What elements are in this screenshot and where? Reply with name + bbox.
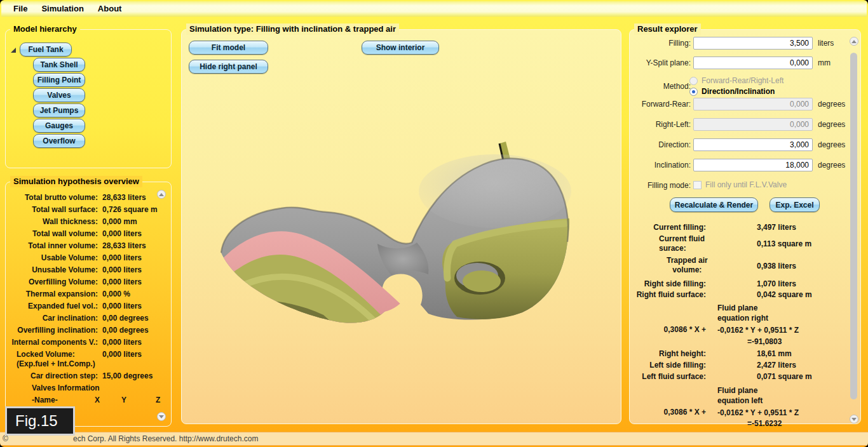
current-fluid-surface-value: 0,113 square m [757, 239, 811, 248]
trapped-air-volume-label: Trapped airvolume: [667, 256, 708, 275]
viewport-panel: Simulation type: Filling with inclinatio… [181, 29, 621, 424]
fluid-plane-right-heading: Fluid planeequation right [717, 303, 768, 323]
fluid-plane-left-result: =-51.6232 [747, 419, 782, 428]
forward-rear-unit: degrees [818, 100, 845, 109]
left-side-filling-value: 2,427 liters [757, 361, 796, 370]
current-filling-value: 3,497 liters [757, 223, 796, 232]
inclination-unit: degrees [818, 161, 845, 170]
hypothesis-row: Internal components V.:0,000 liters [8, 338, 169, 350]
y-split-unit: mm [818, 58, 831, 67]
hypothesis-row: Total inner volume:28,633 liters [8, 241, 169, 253]
fluid-plane-right-rhs: -0,0162 * Y + 0,9511 * Z [717, 325, 799, 335]
hypothesis-row: Car inclination:0,00 degrees [8, 314, 169, 326]
status-bar: © ech Corp. All Rights Reserved. http://… [0, 432, 868, 446]
forward-rear-label: Forward-Rear: [630, 100, 691, 109]
fluid-plane-left-lhs: 0,3086 * X + [630, 408, 706, 417]
figure-label: Fig.15 [5, 406, 75, 436]
hypothesis-row: Usable Volume:0,000 liters [8, 253, 169, 265]
hypothesis-row: Overfilling Volume:0,000 liters [8, 277, 169, 290]
recalculate-render-button[interactable]: Recalculate & Render [670, 197, 758, 212]
hypothesis-row: Unusable Volume:0,000 liters [8, 265, 169, 277]
current-fluid-surface-label: Current fluidsurace: [659, 234, 705, 253]
scrollbar-thumb[interactable] [850, 53, 857, 399]
left-fluid-surface-value: 0,071 square m [757, 372, 812, 381]
inclination-input[interactable] [693, 159, 813, 171]
left-side-filling-label: Left side filling: [630, 361, 706, 370]
app-window: File Simulation About Model hierarchy Fu… [0, 0, 868, 447]
hypothesis-row: Total brutto volume:28,633 liters [8, 193, 169, 205]
filling-unit: liters [818, 39, 834, 48]
forward-rear-input [693, 98, 813, 110]
trapped-air-volume-value: 0,938 liters [757, 262, 796, 270]
scroll-up-icon[interactable] [850, 37, 858, 46]
filling-label: Filling: [630, 39, 691, 48]
inclination-label: Inclination: [630, 161, 691, 170]
scroll-up-icon[interactable] [157, 190, 166, 199]
copyright-icon: © [3, 434, 8, 443]
direction-input[interactable] [693, 138, 813, 151]
right-side-filling-label: Right side filling: [630, 279, 706, 288]
radio-icon [689, 77, 698, 85]
export-excel-button[interactable]: Exp. Excel [770, 197, 820, 212]
model-hierarchy-panel: Model hierarchy Fuel Tank Tank Shell Fil… [5, 29, 172, 168]
scroll-down-icon[interactable] [157, 412, 166, 421]
tree-item-overflow[interactable]: Overflow [33, 134, 85, 148]
right-fluid-surface-label: Right fluid surface: [630, 290, 706, 299]
hypothesis-row-car-direction: Car direction step:15,00 degrees [8, 371, 169, 384]
method-option-direction-inclination[interactable]: Direction/Inclination [689, 87, 775, 96]
filling-mode-label: Filling mode: [630, 181, 691, 190]
valves-col-z: Z [156, 396, 160, 404]
method-label: Method: [630, 82, 691, 91]
tree-item-valves[interactable]: Valves [33, 88, 85, 102]
fluid-plane-left-heading: Fluid planeequation left [717, 385, 763, 406]
current-filling-label: Current filling: [630, 223, 706, 232]
show-interior-button[interactable]: Show interior [362, 41, 439, 55]
fluid-plane-right-result: =-91,0803 [747, 337, 782, 346]
hypothesis-row: Thermal expansion:0,000 % [8, 290, 169, 302]
hypothesis-row-locked-volume: Locked Volume:(Exp.fuel + Int.Comp.) 0,0… [8, 350, 169, 369]
hypothesis-row: Expanded fuel vol.:0,000 liters [8, 302, 169, 314]
right-left-label: Right-Left: [630, 120, 691, 129]
fit-model-button[interactable]: Fit model [189, 41, 268, 55]
right-left-unit: degrees [818, 120, 845, 129]
tree-item-tank-shell[interactable]: Tank Shell [33, 58, 85, 72]
filling-mode-option: Fill only until F.L.V.Valve [693, 180, 787, 189]
result-explorer-panel: Result explorer Filling: liters Y-Split … [629, 29, 861, 424]
scroll-down-icon[interactable] [850, 415, 858, 424]
result-explorer-title: Result explorer [634, 23, 701, 35]
menu-bar: File Simulation About [1, 1, 867, 17]
menu-simulation[interactable]: Simulation [34, 2, 90, 15]
fluid-plane-left-rhs: -0,0162 * Y + 0,9511 * Z [717, 408, 799, 418]
filling-input[interactable] [693, 37, 813, 50]
fluid-plane-right-lhs: 0,3086 * X + [630, 325, 706, 334]
menu-file[interactable]: File [6, 2, 34, 15]
model-hierarchy-title: Model hierarchy [10, 23, 80, 35]
tree-item-jet-pumps[interactable]: Jet Pumps [33, 103, 85, 117]
method-option-forward-rear: Forward-Rear/Right-Left [689, 76, 783, 85]
y-split-input[interactable] [693, 57, 813, 69]
tank-port-hole [454, 262, 505, 295]
tank-dome-highlight [419, 154, 571, 228]
right-fluid-surface-value: 0,042 square m [757, 290, 812, 299]
tree-expander-icon[interactable] [11, 48, 16, 53]
radio-selected-icon[interactable] [689, 88, 698, 96]
tree-item-gauges[interactable]: Gauges [33, 119, 85, 133]
tank-3d-viewport[interactable] [219, 137, 573, 328]
direction-unit: degrees [818, 140, 845, 149]
hypothesis-panel: Simulation hypothesis overview Total bru… [5, 182, 172, 427]
hypothesis-row: Overfilling inclination:0,00 degrees [8, 326, 169, 338]
valves-information-heading: Valves Information [8, 384, 169, 396]
hypothesis-row: Total wall surface:0,726 square m [8, 205, 169, 217]
tree-item-filling-point[interactable]: Filling Point [33, 73, 85, 87]
hypothesis-title: Simulation hypothesis overview [10, 176, 142, 187]
hide-right-panel-button[interactable]: Hide right panel [189, 60, 268, 74]
menu-about[interactable]: About [91, 2, 129, 15]
valves-col-y: Y [121, 396, 126, 404]
viewport-title: Simulation type: Filling with inclinatio… [186, 23, 399, 35]
right-height-label: Right height: [630, 349, 706, 358]
right-left-input [693, 118, 813, 131]
right-height-value: 18,61 mm [757, 349, 792, 358]
right-side-filling-value: 1,070 liters [757, 279, 796, 288]
tree-item-fuel-tank[interactable]: Fuel Tank [20, 43, 72, 57]
hypothesis-row: Total wall volume:0,000 liters [8, 229, 169, 241]
